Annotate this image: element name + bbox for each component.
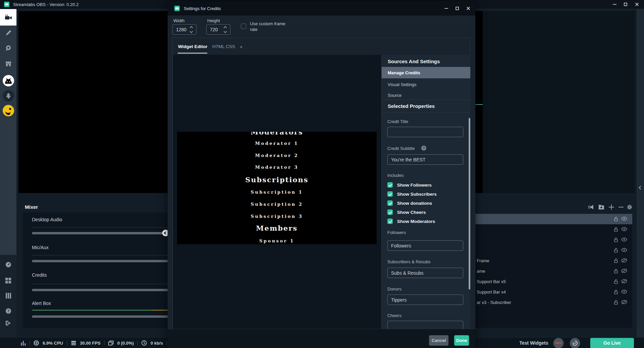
height-stepper[interactable] [206, 24, 230, 35]
followers-input[interactable] [387, 240, 463, 251]
lock-icon[interactable] [613, 227, 618, 232]
lock-icon[interactable] [613, 279, 618, 284]
lock-icon[interactable] [613, 268, 618, 274]
height-label: Height [207, 18, 220, 23]
sidebar-item-themes[interactable] [0, 26, 16, 40]
credits-preview: Moderators Moderator 1 Moderator 2 Moder… [177, 132, 377, 244]
credit-entry: Subscription 3 [177, 214, 377, 219]
eye-crossed-icon[interactable] [621, 269, 627, 273]
option-show-followers[interactable]: Show Followers [387, 182, 432, 188]
audio-toggle-icon[interactable] [588, 204, 595, 210]
eye-icon[interactable] [621, 227, 627, 231]
eye-icon[interactable] [621, 217, 627, 221]
checkbox-checked-icon[interactable] [387, 200, 393, 206]
spinner-down-icon[interactable] [224, 30, 227, 33]
credit-subtitle-input[interactable] [387, 154, 463, 165]
eye-crossed-icon[interactable] [621, 300, 627, 304]
lock-icon[interactable] [613, 237, 618, 242]
donors-input[interactable] [387, 295, 463, 305]
replay-history-button[interactable] [570, 338, 580, 348]
app-minimize-button[interactable] [610, 1, 619, 7]
stats-chart-icon[interactable] [21, 341, 26, 346]
tab-html-css[interactable]: HTML CSS [212, 44, 235, 49]
eye-crossed-icon[interactable] [621, 258, 627, 263]
width-input[interactable] [176, 25, 189, 34]
mixer-channel-label: Mic/Aux [32, 245, 49, 250]
eye-crossed-icon[interactable] [621, 279, 627, 283]
option-show-donations[interactable]: Show donations [387, 200, 432, 206]
source-settings-gear-icon[interactable] [626, 204, 633, 210]
right-panel-collapse-strip[interactable] [637, 9, 644, 338]
sidebar-item-layout-columns[interactable] [0, 288, 16, 303]
eye-icon[interactable] [621, 237, 627, 242]
puzzle-app-icon [3, 90, 14, 102]
go-live-button[interactable]: Go Live [590, 338, 634, 348]
sidebar-item-store[interactable] [0, 56, 16, 71]
checkbox-checked-icon[interactable] [387, 191, 393, 197]
option-show-moderators[interactable]: Show Moderators [387, 219, 435, 224]
sidebar-item-layout-grid[interactable] [0, 273, 16, 288]
grid-icon [5, 278, 11, 283]
spinner-down-icon[interactable] [190, 30, 194, 33]
sidebar-item-dashboard-gauge[interactable] [0, 257, 16, 272]
option-show-cheers[interactable]: Show Cheers [387, 209, 426, 215]
cancel-button[interactable]: Cancel [429, 335, 448, 346]
nav-visual-settings[interactable]: Visual Settings [382, 79, 470, 90]
unsaved-dot-icon [240, 46, 242, 48]
dropped-frames-icon [108, 341, 114, 346]
lock-icon[interactable] [613, 300, 618, 305]
includes-label: Includes [387, 173, 403, 178]
height-input[interactable] [210, 25, 223, 34]
add-source-icon[interactable] [608, 204, 615, 210]
lock-icon[interactable] [613, 258, 618, 263]
nav-manage-credits[interactable]: Manage Credits [382, 67, 470, 78]
lock-icon[interactable] [613, 247, 618, 253]
sidebar-item-logout[interactable] [0, 316, 16, 331]
spinner-up-icon[interactable] [190, 27, 194, 30]
checkbox-label: Show Moderators [397, 219, 435, 224]
checkbox-label: Show Cheers [397, 210, 426, 215]
eye-icon[interactable] [621, 248, 627, 252]
panel-scrollbar[interactable] [469, 118, 470, 289]
lock-icon[interactable] [613, 216, 618, 222]
sidebar-item-dashboard-chat[interactable] [0, 41, 16, 55]
add-folder-icon[interactable] [598, 204, 605, 210]
test-widgets-button[interactable]: Test Widgets [519, 340, 548, 346]
source-label: Support Bar x5 [477, 279, 506, 284]
done-button[interactable]: Done [454, 335, 469, 346]
subscribers-resubs-input[interactable] [387, 268, 463, 278]
rec-button[interactable]: REC [553, 338, 564, 348]
app-title: Streamlabs OBS - Version: 0.20.2 [13, 2, 79, 7]
credit-entry: Sponsor 1 [177, 238, 377, 243]
modal-minimize-button[interactable] [442, 5, 450, 11]
custom-frame-rate-checkbox[interactable] [241, 24, 246, 29]
spinner-up-icon[interactable] [224, 27, 227, 30]
app-close-button[interactable] [633, 1, 641, 7]
lock-icon[interactable] [613, 289, 618, 295]
checkbox-checked-icon[interactable] [387, 209, 393, 215]
cpu-usage: 6.9% CPU [43, 341, 63, 346]
source-label: Frame [477, 258, 489, 263]
modal-close-button[interactable] [464, 5, 473, 11]
tab-widget-editor[interactable]: Widget Editor [178, 44, 208, 49]
app-maximize-button[interactable] [621, 1, 630, 7]
settings-properties-panel: Sources And Settings Manage Credits Visu… [381, 55, 470, 330]
sidebar-item-app-monstercat[interactable] [0, 73, 16, 88]
help-question-icon[interactable]: ? [421, 146, 426, 151]
option-show-subscribers[interactable]: Show Subscribers [387, 191, 437, 197]
sidebar-item-app-puzzle[interactable] [0, 88, 16, 103]
credit-subtitle-label: Credit Subtitle [387, 146, 415, 151]
columns-icon [6, 293, 11, 299]
checkbox-checked-icon[interactable] [387, 219, 393, 224]
remove-source-icon[interactable] [617, 204, 624, 210]
modal-maximize-button[interactable] [453, 5, 462, 11]
sidebar-item-app-face[interactable] [0, 103, 16, 118]
credit-title-input[interactable] [387, 127, 463, 137]
collapse-chevron-icon[interactable] [639, 186, 642, 189]
checkbox-checked-icon[interactable] [387, 182, 393, 188]
eye-icon[interactable] [621, 289, 627, 294]
credit-section-title: Moderators [177, 132, 377, 136]
width-stepper[interactable] [172, 24, 197, 35]
sidebar-item-editor[interactable] [0, 9, 16, 26]
nav-source[interactable]: Source [382, 89, 470, 101]
